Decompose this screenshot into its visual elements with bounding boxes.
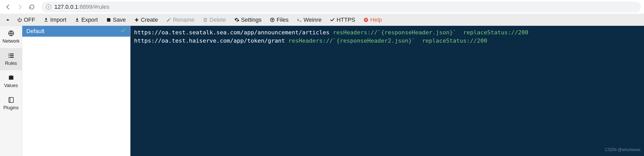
sidebar-values-label: Values: [4, 83, 18, 88]
export-button[interactable]: Export: [70, 14, 102, 26]
back-button[interactable]: [3, 2, 13, 12]
settings-button[interactable]: Settings: [230, 14, 266, 26]
reload-button[interactable]: [27, 2, 37, 12]
rule-item-default[interactable]: Default: [22, 26, 130, 37]
site-info-icon[interactable]: i: [46, 4, 51, 10]
sidebar-item-network[interactable]: Network: [0, 26, 22, 48]
https-label: HTTPS: [336, 17, 355, 23]
editor-line1-k2: replaceStatus://200: [463, 29, 529, 36]
help-label: Help: [370, 17, 382, 23]
terminal-icon: [297, 17, 302, 22]
editor-line2-k2: replaceStatus://200: [422, 37, 487, 44]
svg-rect-7: [10, 55, 13, 56]
weinre-button[interactable]: Weinre: [293, 14, 326, 26]
rules-editor[interactable]: https://oa.test.seatalk.sea.com/app/anno…: [130, 26, 644, 156]
url-hash: /#rules: [92, 4, 109, 10]
main-area: Network Rules Values Plugins Default: [0, 26, 644, 156]
help-button[interactable]: ? Help: [359, 14, 386, 26]
rule-item-label: Default: [26, 28, 45, 35]
delete-button[interactable]: Delete: [199, 14, 230, 26]
svg-rect-4: [9, 53, 9, 54]
trash-icon: [203, 17, 208, 22]
sidebar-item-plugins[interactable]: Plugins: [0, 92, 22, 115]
url-host: 127.0.0.1: [54, 4, 78, 10]
browser-navigation-bar: i 127.0.0.1:8899/#rules: [0, 0, 644, 14]
https-button[interactable]: HTTPS: [326, 14, 359, 26]
app-toolbar: OFF Import Export Save Create Rename D: [0, 14, 644, 26]
create-button[interactable]: Create: [130, 14, 162, 26]
url-text: 127.0.0.1:8899/#rules: [54, 4, 109, 10]
book-icon: [8, 96, 15, 104]
save-icon: [106, 17, 111, 22]
save-label: Save: [113, 17, 126, 23]
import-button[interactable]: Import: [39, 14, 70, 26]
sidebar-item-rules[interactable]: Rules: [0, 48, 22, 70]
globe-icon: [8, 30, 15, 37]
sidebar-plugins-label: Plugins: [3, 105, 19, 111]
sidebar-rules-label: Rules: [5, 61, 17, 66]
editor-line1-url: https://oa.test.seatalk.sea.com/app/anno…: [134, 29, 330, 36]
left-sidebar: Network Rules Values Plugins: [0, 26, 22, 156]
forward-button[interactable]: [15, 2, 25, 12]
check-icon: [330, 17, 335, 22]
off-button[interactable]: OFF: [13, 14, 39, 26]
briefcase-icon: [8, 74, 15, 81]
sidebar-item-values[interactable]: Values: [0, 70, 22, 92]
files-label: Files: [276, 17, 288, 23]
upload-icon: [270, 17, 275, 22]
export-icon: [75, 17, 80, 22]
create-label: Create: [141, 17, 158, 23]
rename-button[interactable]: Rename: [162, 14, 199, 26]
editor-line2-k1: resHeaders://`{responseHeader2.json}`: [288, 37, 415, 44]
rename-label: Rename: [173, 17, 194, 23]
svg-rect-9: [10, 57, 13, 58]
import-label: Import: [50, 17, 66, 23]
svg-rect-5: [10, 53, 13, 54]
save-button[interactable]: Save: [102, 14, 130, 26]
address-bar[interactable]: i 127.0.0.1:8899/#rules: [41, 2, 641, 12]
watermark: CSDN @whuhewei: [605, 146, 640, 154]
sidebar-network-label: Network: [2, 38, 19, 44]
weinre-label: Weinre: [304, 17, 321, 23]
export-label: Export: [81, 17, 98, 23]
list-icon: [8, 52, 15, 59]
url-port: :8899: [78, 4, 92, 10]
help-icon: ?: [363, 17, 369, 22]
rules-list-panel: Default: [22, 26, 130, 156]
delete-label: Delete: [209, 17, 226, 23]
editor-line1-k1: resHeaders://`{responseHeader.json}`: [333, 29, 456, 36]
editor-line2-url: https://oa.test.haiserve.com/app/token/g…: [134, 37, 285, 44]
import-icon: [43, 17, 49, 22]
svg-rect-6: [9, 55, 9, 56]
power-icon: [17, 17, 22, 22]
pencil-icon: [166, 17, 171, 22]
settings-label: Settings: [241, 17, 262, 23]
files-button[interactable]: Files: [266, 14, 292, 26]
collapse-button[interactable]: [3, 14, 13, 26]
svg-text:?: ?: [365, 18, 367, 21]
check-icon: [120, 28, 126, 35]
plus-icon: [134, 17, 139, 22]
off-label: OFF: [24, 17, 35, 23]
svg-rect-8: [9, 57, 9, 58]
gear-icon: [234, 17, 239, 22]
svg-rect-10: [9, 97, 13, 103]
